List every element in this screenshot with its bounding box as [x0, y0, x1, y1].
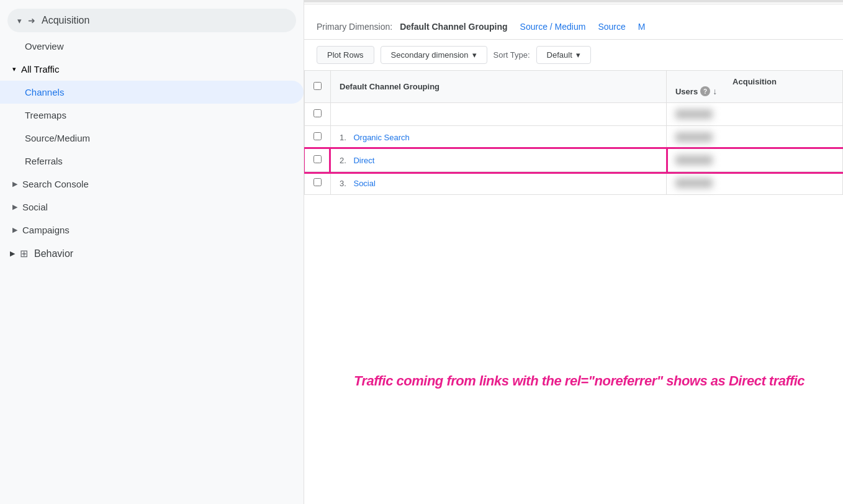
campaigns-label: Campaigns: [22, 225, 70, 235]
social-channel-cell: 3. Social: [331, 172, 667, 195]
organic-search-users-cell: [666, 126, 842, 149]
organic-search-users-value: [675, 132, 713, 142]
acquisition-header-label: Acquisition: [675, 77, 834, 86]
table-row-blurred-header: [305, 103, 843, 126]
organic-search-channel-cell: 1. Organic Search: [331, 126, 667, 149]
organic-search-checkbox[interactable]: [313, 132, 322, 140]
direct-users-cell: [666, 149, 842, 172]
overview-label: Overview: [25, 41, 64, 52]
secondary-dimension-label: Secondary dimension: [391, 50, 469, 60]
campaigns-arrow-icon: ▶: [12, 226, 17, 234]
behavior-arrow-icon: ▶: [10, 250, 15, 258]
annotation-text: Traffic coming from links with the rel="…: [354, 373, 805, 389]
blurred-total-users: [675, 109, 713, 119]
sidebar-item-search-console[interactable]: ▶ Search Console: [0, 173, 304, 196]
acquisition-column-header: Acquisition Users ? ↓: [666, 71, 842, 103]
source-medium-link[interactable]: Source / Medium: [520, 22, 586, 32]
direct-users-value: [675, 155, 713, 165]
blurred-users-cell: [666, 103, 842, 126]
table-row-organic-search: 1. Organic Search: [305, 126, 843, 149]
acquisition-icon: ➜: [28, 16, 35, 25]
treemaps-label: Treemaps: [25, 110, 66, 120]
social-checkbox-cell: [305, 172, 331, 195]
sidebar-item-treemaps[interactable]: Treemaps: [0, 104, 304, 127]
sidebar-item-overview[interactable]: Overview: [0, 35, 304, 58]
all-traffic-label: All Traffic: [21, 64, 59, 74]
sidebar-item-source-medium[interactable]: Source/Medium: [0, 127, 304, 150]
social-checkbox[interactable]: [313, 178, 322, 186]
table-header-row: Default Channel Grouping Acquisition Use…: [305, 71, 843, 103]
organic-search-row-num: 1.: [340, 133, 346, 142]
social-users-value: [675, 178, 713, 188]
blurred-channel-cell: [331, 103, 667, 126]
all-traffic-arrow-icon: ▾: [12, 65, 16, 73]
primary-dimension-label: Primary Dimension:: [317, 22, 392, 32]
plot-rows-button[interactable]: Plot Rows: [317, 46, 374, 64]
users-sort-icon[interactable]: ↓: [713, 86, 717, 96]
channels-label: Channels: [25, 87, 64, 97]
users-help-icon[interactable]: ?: [700, 86, 710, 96]
social-label: Social: [22, 202, 48, 212]
source-link[interactable]: Source: [598, 22, 625, 32]
direct-channel-cell: 2. Direct: [331, 149, 667, 172]
search-console-label: Search Console: [22, 179, 89, 189]
search-console-arrow-icon: ▶: [12, 180, 17, 188]
top-separator: [304, 4, 843, 4]
sidebar-item-channels[interactable]: Channels: [0, 81, 304, 104]
organic-search-link[interactable]: Organic Search: [353, 133, 409, 142]
data-table: Default Channel Grouping Acquisition Use…: [304, 70, 843, 195]
users-header-label: Users: [675, 87, 698, 96]
social-link[interactable]: Social: [353, 179, 375, 188]
direct-link[interactable]: Direct: [353, 156, 374, 165]
blurred-checkbox[interactable]: [313, 109, 322, 117]
sidebar-item-social[interactable]: ▶ Social: [0, 196, 304, 218]
primary-dimension-active: Default Channel Grouping: [400, 22, 507, 32]
direct-checkbox-cell: [305, 149, 331, 172]
table-row-direct: 2. Direct: [305, 149, 843, 172]
table-row-social: 3. Social: [305, 172, 843, 195]
users-header-row: Users ? ↓: [675, 86, 834, 96]
secondary-toolbar: Plot Rows Secondary dimension ▾ Sort Typ…: [304, 40, 843, 70]
select-all-checkbox[interactable]: [313, 82, 322, 90]
behavior-icon: ⊞: [20, 248, 28, 259]
acquisition-label: Acquisition: [42, 15, 89, 26]
more-link[interactable]: M: [638, 22, 646, 32]
primary-dimension-bar: Primary Dimension: Default Channel Group…: [304, 14, 843, 40]
organic-search-checkbox-cell: [305, 126, 331, 149]
sort-type-value: Default: [547, 50, 572, 60]
main-content: Primary Dimension: Default Channel Group…: [304, 0, 843, 504]
sort-type-button[interactable]: Default ▾: [536, 46, 591, 64]
referrals-label: Referrals: [25, 156, 63, 166]
sidebar-item-referrals[interactable]: Referrals: [0, 150, 304, 173]
sort-type-arrow-icon: ▾: [576, 50, 580, 60]
blurred-checkbox-cell: [305, 103, 331, 126]
acquisition-arrow-icon: ▾: [17, 16, 22, 25]
secondary-dimension-button[interactable]: Secondary dimension ▾: [381, 46, 487, 64]
social-row-num: 3.: [340, 179, 346, 188]
header-checkbox-cell: [305, 71, 331, 103]
source-medium-label: Source/Medium: [25, 133, 90, 143]
sort-type-label: Sort Type:: [494, 50, 530, 60]
sidebar-item-all-traffic[interactable]: ▾ All Traffic: [0, 58, 304, 81]
channel-column-header: Default Channel Grouping: [331, 71, 667, 103]
sidebar-item-campaigns[interactable]: ▶ Campaigns: [0, 218, 304, 241]
behavior-label: Behavior: [34, 248, 73, 259]
direct-row-num: 2.: [340, 156, 346, 165]
top-border: [304, 0, 843, 2]
social-arrow-icon: ▶: [12, 203, 17, 211]
sidebar-item-acquisition[interactable]: ▾ ➜ Acquisition: [7, 9, 296, 32]
channel-column-header-label: Default Channel Grouping: [340, 82, 440, 91]
secondary-dimension-arrow-icon: ▾: [472, 50, 477, 60]
social-users-cell: [666, 172, 842, 195]
sidebar-item-behavior[interactable]: ▶ ⊞ Behavior: [0, 241, 304, 266]
direct-checkbox[interactable]: [313, 155, 322, 163]
sidebar: ▾ ➜ Acquisition Overview ▾ All Traffic C…: [0, 0, 304, 504]
table-wrapper: Traffic coming from links with the rel="…: [304, 70, 843, 195]
